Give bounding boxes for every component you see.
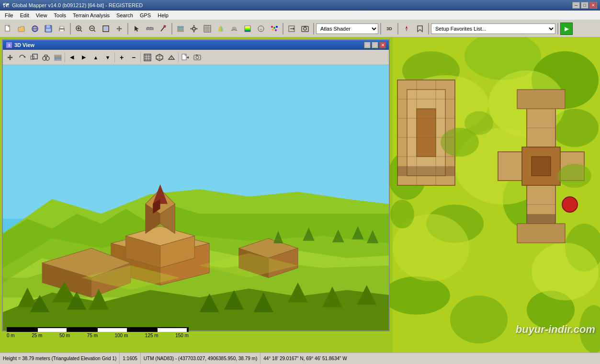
svg-marker-22 xyxy=(116,26,122,32)
svg-point-48 xyxy=(271,26,273,28)
svg-point-49 xyxy=(273,27,275,29)
watermark: buyur-indir.com xyxy=(516,323,595,336)
3d-maximize-button[interactable]: □ xyxy=(372,42,378,48)
hillshade-button[interactable] xyxy=(255,23,267,35)
scale-seg-2 xyxy=(38,328,68,332)
scale-label-0: 0 m xyxy=(7,333,15,338)
full-extent-button[interactable] xyxy=(100,23,112,35)
3d-nav-left[interactable]: ◀ xyxy=(66,52,78,63)
close-button[interactable]: ✕ xyxy=(589,2,597,9)
menu-help[interactable]: Help xyxy=(155,11,171,19)
svg-point-104 xyxy=(464,111,493,135)
scale-seg-4 xyxy=(98,328,128,332)
open-button[interactable] xyxy=(15,23,28,35)
web-open-button[interactable] xyxy=(29,23,41,35)
toolbar-sep-1 xyxy=(70,23,71,34)
scale-seg-5 xyxy=(128,328,158,332)
svg-point-133 xyxy=(196,56,199,59)
svg-rect-11 xyxy=(60,26,64,28)
print-button[interactable] xyxy=(56,23,68,35)
menu-view[interactable]: View xyxy=(33,11,50,19)
3d-view-front[interactable] xyxy=(142,52,153,63)
3d-view-toolbar: ◀ ▶ ▲ ▼ + − xyxy=(3,50,389,65)
menu-edit[interactable]: Edit xyxy=(17,11,32,19)
scale-label-25: 25 m xyxy=(32,333,42,338)
toolbar-sep-5 xyxy=(313,23,314,34)
3d-binoculars-tool[interactable] xyxy=(40,52,52,63)
3d-view-titlebar: 3 3D View ─ □ ✕ xyxy=(3,40,389,50)
north-arrow-button[interactable] xyxy=(400,23,413,35)
3d-screenshot[interactable] xyxy=(192,52,203,63)
3d-zoom-in[interactable]: + xyxy=(116,52,127,63)
contour-button[interactable] xyxy=(228,23,240,35)
svg-line-14 xyxy=(80,30,82,32)
3d-zoom-out[interactable]: − xyxy=(128,52,139,63)
svg-point-36 xyxy=(193,31,195,32)
svg-rect-113 xyxy=(55,59,61,60)
3d-move-tool[interactable] xyxy=(4,52,16,63)
3d-export[interactable] xyxy=(180,52,191,63)
export-button[interactable] xyxy=(285,23,298,35)
save-button[interactable] xyxy=(42,23,55,35)
new-button[interactable] xyxy=(2,23,14,35)
3d-nav-up[interactable]: ▲ xyxy=(90,52,102,63)
color-relief-button[interactable] xyxy=(241,23,254,35)
main-content: 3 3D View ─ □ ✕ xyxy=(0,37,600,353)
menu-gps[interactable]: GPS xyxy=(137,11,154,19)
svg-marker-23 xyxy=(135,26,139,32)
menu-search[interactable]: Search xyxy=(113,11,136,19)
config-button[interactable] xyxy=(188,23,200,35)
scale-label-125: 125 m xyxy=(145,333,158,338)
3d-view-button[interactable]: 3D xyxy=(383,23,396,35)
menu-file[interactable]: File xyxy=(2,11,16,19)
svg-rect-95 xyxy=(517,90,565,109)
graticule-button[interactable] xyxy=(201,23,214,35)
svg-point-50 xyxy=(276,26,278,28)
svg-rect-21 xyxy=(104,27,108,31)
scale-label-150: 150 m xyxy=(175,333,189,338)
3d-close-button[interactable]: ✕ xyxy=(379,42,386,48)
3d-layers-tool[interactable] xyxy=(52,52,64,63)
svg-point-112 xyxy=(45,57,49,60)
play-button[interactable]: ▶ xyxy=(560,23,573,35)
svg-line-18 xyxy=(94,30,95,32)
scale-label-50: 50 m xyxy=(59,333,70,338)
save-screenshot-button[interactable] xyxy=(299,23,311,35)
minimize-button[interactable]: ─ xyxy=(572,2,580,9)
toolbar-sep-9 xyxy=(557,23,558,34)
3d-nav-right[interactable]: ▶ xyxy=(78,52,90,63)
3d-zoom-tool[interactable] xyxy=(28,52,40,63)
favorites-dropdown[interactable]: Setup Favorites List... xyxy=(431,23,555,34)
toolbar-sep-4 xyxy=(283,23,283,34)
measure-button[interactable] xyxy=(144,23,156,35)
scale-seg-3 xyxy=(68,328,98,332)
menu-terrain[interactable]: Terrain Analysis xyxy=(70,11,113,19)
scale-label-100: 100 m xyxy=(115,333,128,338)
svg-rect-114 xyxy=(55,57,61,58)
3d-view-window[interactable]: 3 3D View ─ □ ✕ xyxy=(2,39,390,331)
3d-nav-down[interactable]: ▼ xyxy=(102,52,113,63)
scale-seg-1 xyxy=(8,328,38,332)
shader-dropdown[interactable]: Atlas Shader Color Ramp Hillshade xyxy=(316,23,378,34)
3d-minimize-button[interactable]: ─ xyxy=(364,42,371,48)
3d-rotate-tool[interactable] xyxy=(16,52,28,63)
pan-button[interactable] xyxy=(113,23,125,35)
svg-rect-12 xyxy=(60,30,64,31)
status-coordinates: 44° 18' 29.0167" N, 69° 46' 51.8634" W xyxy=(260,353,350,364)
3d-view-top[interactable] xyxy=(154,52,165,63)
menu-tools[interactable]: Tools xyxy=(51,11,69,19)
bookmark-button[interactable] xyxy=(414,23,426,35)
layer-mgr-button[interactable] xyxy=(174,23,187,35)
digitize-button[interactable] xyxy=(157,23,170,35)
status-projection: UTM (NAD83) - (437703.027, 4906385.950, … xyxy=(141,353,260,364)
toolbar-sep-8 xyxy=(428,23,429,34)
zoom-out-button[interactable] xyxy=(86,23,99,35)
zoom-in-button[interactable] xyxy=(73,23,85,35)
3d-tb-sep-1 xyxy=(65,53,65,62)
toolbar-sep-7 xyxy=(397,23,398,34)
maximize-button[interactable]: □ xyxy=(581,2,589,9)
3d-view-persp[interactable] xyxy=(166,52,177,63)
feather-button[interactable] xyxy=(215,23,227,35)
lidar-button[interactable] xyxy=(268,23,281,35)
select-button[interactable] xyxy=(130,23,143,35)
